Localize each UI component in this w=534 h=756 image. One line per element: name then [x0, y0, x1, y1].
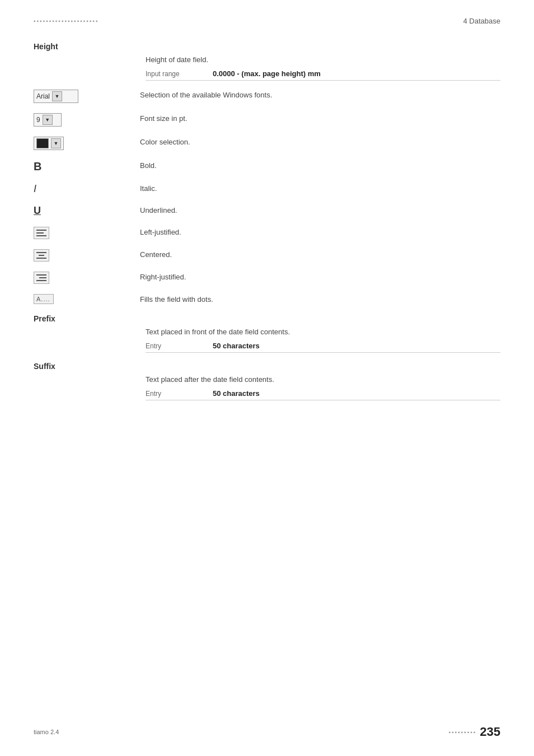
left-justify-description: Left-justified.	[140, 227, 500, 236]
right-line-2	[39, 277, 46, 278]
chapter-label: 4 Database	[463, 17, 501, 25]
right-line-3	[36, 280, 46, 281]
centered-control[interactable]	[34, 249, 140, 262]
color-swatch	[36, 138, 49, 148]
centered-description: Centered.	[140, 249, 500, 259]
font-row: Arial ▼ Selection of the available Windo…	[34, 90, 500, 103]
suffix-title: Suffix	[34, 362, 500, 371]
footer-dots: ▪▪▪▪▪▪▪▪▪	[448, 729, 476, 735]
height-description: Height of date field.	[146, 55, 500, 64]
font-control[interactable]: Arial ▼	[34, 90, 140, 103]
align-line-3	[36, 235, 46, 236]
dots-fill-row: A.... Fills the field with dots.	[34, 294, 500, 304]
center-line-2	[39, 255, 45, 256]
suffix-content: Text placed after the date field content…	[146, 375, 500, 400]
suffix-entry-value: 50 characters	[213, 389, 260, 398]
center-line-3	[36, 258, 46, 259]
prefix-title: Prefix	[34, 314, 500, 323]
underline-button[interactable]: U	[34, 205, 41, 217]
right-justify-description: Right-justified.	[140, 272, 500, 281]
app-name: tiamo 2.4	[34, 729, 59, 735]
suffix-info-row: Entry 50 characters	[146, 387, 500, 400]
italic-control[interactable]: I	[34, 183, 140, 195]
height-title: Height	[34, 42, 500, 51]
bold-button[interactable]: B	[34, 160, 41, 173]
left-justify-row: Left-justified.	[34, 227, 500, 239]
color-arrow-icon[interactable]: ▼	[51, 138, 61, 148]
input-range-label: Input range	[146, 70, 213, 78]
page-footer: tiamo 2.4 ▪▪▪▪▪▪▪▪▪ 235	[34, 725, 500, 739]
centered-row: Centered.	[34, 249, 500, 262]
center-justify-icon[interactable]	[34, 249, 49, 262]
page-container: ▪▪▪▪▪▪▪▪▪▪▪▪▪▪▪▪▪▪▪▪▪ 4 Database Height …	[0, 0, 534, 756]
right-justify-row: Right-justified.	[34, 272, 500, 284]
prefix-info-row: Entry 50 characters	[146, 339, 500, 353]
color-description: Color selection.	[140, 137, 500, 146]
font-size-dropdown[interactable]: 9 ▼	[34, 113, 62, 127]
italic-button[interactable]: I	[34, 183, 36, 195]
suffix-section: Suffix Text placed after the date field …	[34, 362, 500, 400]
align-line-1	[36, 230, 46, 231]
color-dropdown[interactable]: ▼	[34, 137, 64, 150]
bold-description: Bold.	[140, 160, 500, 170]
font-size-control[interactable]: 9 ▼	[34, 113, 140, 127]
input-range-value: 0.0000 - (max. page height) mm	[213, 69, 321, 78]
bold-control[interactable]: B	[34, 160, 140, 173]
center-line-1	[36, 252, 46, 253]
height-info-row: Input range 0.0000 - (max. page height) …	[146, 67, 500, 81]
top-dots: ▪▪▪▪▪▪▪▪▪▪▪▪▪▪▪▪▪▪▪▪▪	[34, 18, 99, 24]
right-justify-control[interactable]	[34, 272, 140, 284]
dots-fill-description: Fills the field with dots.	[140, 294, 500, 304]
italic-description: Italic.	[140, 183, 500, 193]
footer-right: ▪▪▪▪▪▪▪▪▪ 235	[448, 725, 500, 739]
color-row: ▼ Color selection.	[34, 137, 500, 150]
left-justify-control[interactable]	[34, 227, 140, 239]
height-content: Height of date field. Input range 0.0000…	[146, 55, 500, 81]
dots-fill-symbol: A....	[36, 296, 50, 302]
underline-row: U Underlined.	[34, 205, 500, 217]
color-control[interactable]: ▼	[34, 137, 140, 150]
prefix-content: Text placed in front of the date field c…	[146, 328, 500, 353]
page-number: 235	[480, 725, 500, 739]
font-label: Arial	[36, 92, 50, 100]
height-section: Height Height of date field. Input range…	[34, 42, 500, 81]
prefix-entry-value: 50 characters	[213, 342, 260, 350]
right-justify-icon[interactable]	[34, 272, 49, 284]
font-dropdown[interactable]: Arial ▼	[34, 90, 78, 103]
prefix-entry-label: Entry	[146, 342, 213, 350]
dots-fill-control[interactable]: A....	[34, 294, 140, 304]
underline-control[interactable]: U	[34, 205, 140, 217]
font-size-row: 9 ▼ Font size in pt.	[34, 113, 500, 127]
dots-fill-icon[interactable]: A....	[34, 294, 54, 304]
italic-row: I Italic.	[34, 183, 500, 195]
font-size-arrow-icon[interactable]: ▼	[43, 115, 53, 125]
font-size-label: 9	[36, 116, 40, 124]
dropdown-arrow-icon[interactable]: ▼	[52, 91, 62, 101]
suffix-entry-label: Entry	[146, 390, 213, 398]
suffix-description: Text placed after the date field content…	[146, 375, 500, 384]
prefix-section: Prefix Text placed in front of the date …	[34, 314, 500, 353]
align-line-2	[36, 232, 44, 234]
bold-row: B Bold.	[34, 160, 500, 173]
underline-description: Underlined.	[140, 205, 500, 214]
right-line-1	[36, 274, 46, 276]
font-description: Selection of the available Windows fonts…	[140, 90, 500, 99]
left-justify-icon[interactable]	[34, 227, 49, 239]
prefix-description: Text placed in front of the date field c…	[146, 328, 500, 336]
font-size-description: Font size in pt.	[140, 113, 500, 123]
